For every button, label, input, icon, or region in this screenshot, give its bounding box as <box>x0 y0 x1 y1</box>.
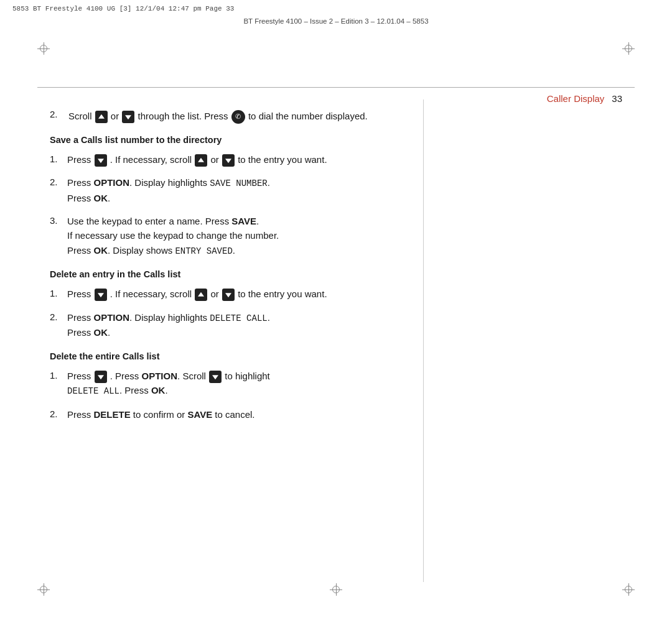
intro-item-2-number: 2. <box>50 109 63 119</box>
ok-bold-s1b: OK <box>94 245 108 256</box>
header-sub: BT Freestyle 4100 – Issue 2 – Edition 3 … <box>12 17 660 25</box>
delete-entry-item-1: 1. Press . If necessary, scroll or to th… <box>50 287 429 301</box>
ok-bold-s2: OK <box>94 327 108 338</box>
delete-all-item-1-number: 1. <box>50 369 62 383</box>
scroll-down-icon-s1 <box>222 154 235 167</box>
scroll-up-icon-s2 <box>195 289 207 301</box>
delete-bold-s3: DELETE <box>94 409 131 420</box>
reg-mark-bm <box>330 583 342 596</box>
section-save-heading: Save a Calls list number to the director… <box>50 135 429 145</box>
scroll-up-icon-s1 <box>195 154 207 167</box>
scroll-down-icon-s3 <box>209 371 222 383</box>
scroll-down-icon <box>122 111 134 123</box>
save-item-2-number: 2. <box>50 175 62 190</box>
section-delete-entry-heading: Delete an entry in the Calls list <box>50 269 429 279</box>
save-item-3: 3. Use the keypad to enter a name. Press… <box>50 214 429 258</box>
delete-entry-item-1-content: Press . If necessary, scroll or to the e… <box>67 287 429 301</box>
press-down-icon-s3 <box>95 371 107 383</box>
call-icon: ✆ <box>231 110 245 124</box>
save-bold-s3: SAVE <box>187 409 212 420</box>
section-save-calls: Save a Calls list number to the director… <box>50 135 429 258</box>
delete-entry-item-1-number: 1. <box>50 287 62 301</box>
save-item-3-content: Use the keypad to enter a name. Press SA… <box>67 214 429 258</box>
delete-all-item-2-number: 2. <box>50 407 62 422</box>
delete-all-mono: DELETE ALL <box>67 386 119 396</box>
option-bold-s1: OPTION <box>94 177 130 188</box>
page-number: 33 <box>612 93 622 104</box>
option-bold-s3: OPTION <box>142 371 178 381</box>
save-item-2: 2. Press OPTION. Display highlights SAVE… <box>50 175 429 205</box>
delete-all-item-1-content: Press . Press OPTION. Scroll to highligh… <box>67 369 429 399</box>
reg-mark-br <box>622 583 635 596</box>
reg-mark-tr <box>622 42 635 55</box>
reg-mark-tl <box>37 42 50 55</box>
delete-entry-item-2-number: 2. <box>50 310 62 325</box>
entry-saved-mono: ENTRY SAVED <box>175 246 232 256</box>
scroll-up-icon <box>95 111 108 123</box>
main-content: 2. Scroll or through the list. Press ✆ t… <box>50 109 429 576</box>
save-item-2-content: Press OPTION. Display highlights SAVE NU… <box>67 175 429 205</box>
page-header-right: Caller Display 33 <box>547 93 622 104</box>
delete-entry-item-2: 2. Press OPTION. Display highlights DELE… <box>50 310 429 340</box>
page-container: 5853 BT Freestyle 4100 UG [3] 12/1/04 12… <box>0 0 672 638</box>
press-down-icon-s2 <box>95 289 107 301</box>
save-item-3-number: 3. <box>50 214 62 228</box>
save-item-1-number: 1. <box>50 152 62 167</box>
section-delete-all-heading: Delete the entire Calls list <box>50 351 429 361</box>
save-bold-s1: SAVE <box>231 216 256 226</box>
ok-bold-s1: OK <box>94 193 108 203</box>
ok-bold-s3: OK <box>151 385 166 395</box>
save-item-1-content: Press . If necessary, scroll or to the e… <box>67 152 429 167</box>
delete-all-item-2: 2. Press DELETE to confirm or SAVE to ca… <box>50 407 429 422</box>
reg-mark-bl <box>37 583 50 596</box>
save-number-mono: SAVE NUMBER <box>210 178 267 188</box>
header-top-text: 5853 BT Freestyle 4100 UG [3] 12/1/04 12… <box>12 5 234 12</box>
section-delete-all: Delete the entire Calls list 1. Press . … <box>50 351 429 422</box>
delete-entry-item-2-content: Press OPTION. Display highlights DELETE … <box>67 310 429 340</box>
header-rule <box>37 87 635 88</box>
delete-all-item-1: 1. Press . Press OPTION. Scroll to highl… <box>50 369 429 399</box>
intro-item-2-content: Scroll or through the list. Press ✆ to d… <box>68 109 368 124</box>
press-down-icon-s1 <box>95 154 107 167</box>
delete-all-item-2-content: Press DELETE to confirm or SAVE to cance… <box>67 407 429 422</box>
section-delete-entry: Delete an entry in the Calls list 1. Pre… <box>50 269 429 340</box>
intro-item-2: 2. Scroll or through the list. Press ✆ t… <box>50 109 429 124</box>
header-top: 5853 BT Freestyle 4100 UG [3] 12/1/04 12… <box>12 5 660 12</box>
page-title: Caller Display <box>547 93 605 104</box>
delete-call-mono: DELETE CALL <box>210 313 267 323</box>
option-bold-s2: OPTION <box>94 312 130 323</box>
scroll-down-icon-s2 <box>222 289 235 301</box>
save-item-1: 1. Press . If necessary, scroll or to th… <box>50 152 429 167</box>
header-sub-text: BT Freestyle 4100 – Issue 2 – Edition 3 … <box>243 17 428 25</box>
